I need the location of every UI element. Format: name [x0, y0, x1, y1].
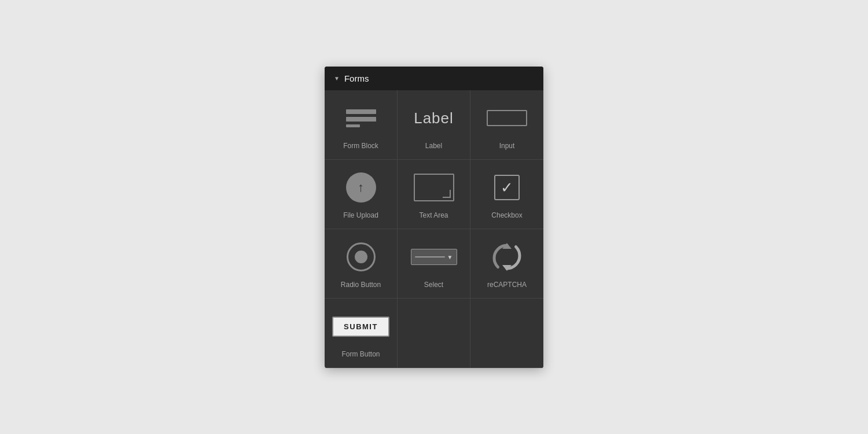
- form-block-icon-container: [346, 102, 376, 135]
- form-block-icon: [346, 109, 376, 127]
- input-cell[interactable]: Input: [470, 90, 543, 160]
- form-block-label: Form Block: [343, 142, 378, 150]
- checkbox-icon-container: ✓: [494, 171, 520, 204]
- chevron-icon: ▼: [334, 75, 340, 82]
- checkbox-cell[interactable]: ✓ Checkbox: [470, 160, 543, 229]
- radio-inner-icon: [355, 251, 367, 263]
- recaptcha-icon: [492, 242, 522, 272]
- label-label: Label: [425, 142, 442, 150]
- file-upload-label: File Upload: [343, 211, 378, 219]
- label-cell[interactable]: Label Label: [398, 90, 470, 160]
- form-button-label: Form Button: [341, 350, 380, 358]
- checkbox-label: Checkbox: [491, 211, 522, 219]
- radio-button-cell[interactable]: Radio Button: [325, 229, 398, 299]
- form-button-cell[interactable]: SUBMIT Form Button: [325, 299, 398, 368]
- input-icon: [487, 110, 527, 126]
- radio-icon: [347, 242, 376, 271]
- form-button-icon-container: SUBMIT: [332, 310, 389, 343]
- form-block-line3: [346, 124, 360, 127]
- radio-button-label: Radio Button: [341, 281, 381, 289]
- checkmark-icon: ✓: [501, 180, 513, 195]
- select-cell[interactable]: ▼ Select: [398, 229, 470, 299]
- empty-cell-1: [398, 299, 470, 368]
- input-icon-container: [487, 102, 527, 135]
- text-area-cell[interactable]: Text Area: [398, 160, 470, 229]
- radio-icon-container: [347, 241, 376, 274]
- checkbox-icon: ✓: [494, 175, 520, 200]
- form-block-line1: [346, 109, 376, 114]
- recaptcha-label: reCAPTCHA: [487, 281, 527, 289]
- forms-panel: ▼ Forms Form Block Label Label: [325, 67, 543, 368]
- label-icon-container: Label: [414, 102, 454, 135]
- form-block-cell[interactable]: Form Block: [325, 90, 398, 160]
- empty-cell-2: [470, 299, 543, 368]
- form-block-line2: [346, 117, 376, 122]
- input-label: Input: [499, 142, 515, 150]
- textarea-icon: [414, 174, 454, 201]
- label-icon: Label: [414, 109, 454, 127]
- submit-button-icon: SUBMIT: [332, 317, 389, 337]
- panel-header: ▼ Forms: [325, 67, 543, 90]
- recaptcha-icon-container: [492, 241, 522, 274]
- select-label: Select: [424, 281, 443, 289]
- text-area-icon-container: [414, 171, 454, 204]
- select-chevron-icon: ▼: [447, 254, 453, 260]
- text-area-label: Text Area: [419, 211, 448, 219]
- upload-icon: ↑: [346, 172, 376, 203]
- upload-arrow-icon: ↑: [358, 181, 364, 194]
- components-grid: Form Block Label Label Input ↑ File Uplo…: [325, 90, 543, 368]
- select-line: [415, 256, 445, 258]
- select-icon: ▼: [411, 249, 457, 265]
- panel-title: Forms: [344, 73, 369, 83]
- select-icon-container: ▼: [411, 241, 457, 274]
- file-upload-cell[interactable]: ↑ File Upload: [325, 160, 398, 229]
- file-upload-icon-container: ↑: [346, 171, 376, 204]
- recaptcha-cell[interactable]: reCAPTCHA: [470, 229, 543, 299]
